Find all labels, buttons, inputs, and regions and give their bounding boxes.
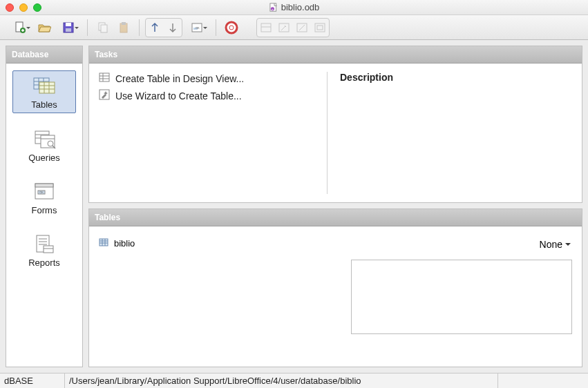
help-button[interactable] <box>222 18 241 37</box>
copy-button <box>93 18 113 37</box>
svg-line-21 <box>299 25 305 30</box>
view-group <box>256 18 330 37</box>
preview-mode-label: None <box>540 239 562 250</box>
task-label: Use Wizard to Create Table... <box>115 90 242 101</box>
table-name: biblio <box>114 238 135 249</box>
forms-icon: OK <box>32 181 56 204</box>
task-create-design-view[interactable]: Create Table in Design View... <box>99 72 327 85</box>
window-title-text: biblio.odb <box>281 2 320 12</box>
sidebar-item-reports[interactable]: Reports <box>12 229 76 271</box>
svg-rect-42 <box>35 184 53 187</box>
svg-rect-22 <box>315 23 325 32</box>
sidebar-header: Database <box>6 46 82 64</box>
sort-asc-button[interactable] <box>146 19 164 37</box>
toolbar-separator <box>216 19 216 36</box>
design-view-icon <box>99 72 110 85</box>
statusbar: dBASE /Users/jean/Library/Application Su… <box>0 373 588 388</box>
preview-box <box>351 260 572 334</box>
queries-icon <box>32 128 56 151</box>
sidebar-item-label: Queries <box>28 153 60 163</box>
open-button[interactable] <box>35 18 54 37</box>
sidebar-body: Tables Queries OK Forms Reports <box>6 64 82 367</box>
minimize-icon[interactable] <box>19 3 28 12</box>
sidebar-item-label: Reports <box>28 258 60 268</box>
wizard-icon <box>99 89 110 102</box>
svg-rect-9 <box>101 25 107 32</box>
svg-rect-6 <box>66 23 71 26</box>
status-extra <box>498 374 588 388</box>
tables-list: biblio <box>99 236 334 357</box>
tables-icon <box>32 75 56 98</box>
svg-rect-23 <box>317 26 323 30</box>
new-button[interactable] <box>7 18 33 37</box>
tables-body: biblio None <box>89 226 582 367</box>
view-btn-2 <box>275 19 293 37</box>
tables-panel: Tables biblio None <box>88 208 582 367</box>
view-btn-3 <box>293 19 311 37</box>
toolbar-separator <box>87 19 88 36</box>
svg-rect-17 <box>261 23 271 32</box>
svg-text:OK: OK <box>196 26 200 30</box>
sidebar-item-forms[interactable]: OK Forms <box>12 177 76 218</box>
svg-rect-56 <box>99 239 108 246</box>
table-icon <box>99 237 108 249</box>
maximize-icon[interactable] <box>33 3 41 12</box>
svg-rect-29 <box>39 82 55 93</box>
task-label: Create Table in Design View... <box>115 73 244 84</box>
toolbar-separator <box>139 19 140 36</box>
reports-icon <box>32 233 56 256</box>
svg-text:OK: OK <box>39 191 44 194</box>
svg-point-16 <box>229 26 234 30</box>
sidebar-item-tables[interactable]: Tables <box>12 70 76 113</box>
window-title: e biblio.odb <box>269 2 320 12</box>
toolbar: OK <box>0 15 588 40</box>
paste-button <box>114 18 133 37</box>
close-icon[interactable] <box>6 3 14 12</box>
titlebar: e biblio.odb <box>0 0 588 15</box>
main-content: Database Tables Queries OK Forms Reports… <box>0 40 588 373</box>
svg-rect-49 <box>44 246 53 253</box>
svg-rect-7 <box>66 28 71 32</box>
tasks-header: Tasks <box>89 46 582 64</box>
sort-desc-button[interactable] <box>164 19 182 37</box>
form-view-button[interactable]: OK <box>184 18 210 37</box>
status-path: /Users/jean/Library/Application Support/… <box>65 374 498 388</box>
main-area: Tasks Create Table in Design View... Use… <box>88 46 582 367</box>
database-doc-icon: e <box>269 3 278 12</box>
tasks-panel: Tasks Create Table in Design View... Use… <box>88 46 582 203</box>
preview-column: None <box>334 236 572 357</box>
task-list: Create Table in Design View... Use Wizar… <box>99 72 327 194</box>
view-btn-1 <box>257 19 275 37</box>
status-db-type: dBASE <box>0 374 65 388</box>
svg-rect-51 <box>99 73 109 81</box>
sidebar-item-label: Forms <box>32 205 57 215</box>
description-heading: Description <box>340 72 572 83</box>
sidebar: Database Tables Queries OK Forms Reports <box>6 46 83 367</box>
tasks-body: Create Table in Design View... Use Wizar… <box>89 64 582 202</box>
svg-rect-11 <box>122 22 126 25</box>
tables-header: Tables <box>89 209 582 226</box>
description-pane: Description <box>327 72 572 194</box>
table-row[interactable]: biblio <box>99 236 334 251</box>
sidebar-item-label: Tables <box>31 99 57 110</box>
window-controls <box>6 3 41 12</box>
save-button[interactable] <box>55 18 82 37</box>
view-btn-4 <box>311 19 329 37</box>
task-use-wizard[interactable]: Use Wizard to Create Table... <box>99 89 327 102</box>
sidebar-item-queries[interactable]: Queries <box>12 124 76 166</box>
preview-mode-dropdown[interactable]: None <box>538 236 572 253</box>
sort-group <box>145 18 182 37</box>
